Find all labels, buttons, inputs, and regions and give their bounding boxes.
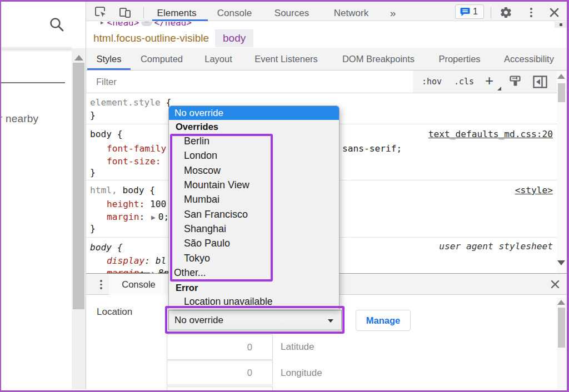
css-text-fragment: bl xyxy=(156,255,167,266)
tab-network[interactable]: Network xyxy=(328,6,374,21)
drawer-menu-icon[interactable] xyxy=(100,280,102,289)
location-dropdown-popup: No override Overrides Berlin London Mosc… xyxy=(168,105,340,309)
tab-dom-breakpoints[interactable]: DOM Breakpoints xyxy=(335,48,422,70)
expand-shorthand-icon[interactable]: ▶ xyxy=(151,214,156,220)
devtools-toolbar: Elements Console Sources Network » 1 xyxy=(86,2,567,21)
rule-body-close: } xyxy=(90,167,96,178)
more-tabs-chevron[interactable]: » xyxy=(382,6,404,21)
rule-ua-body-selector[interactable]: body { xyxy=(90,242,122,253)
page-card-shadow xyxy=(1,47,72,49)
hov-toggle[interactable]: :hov xyxy=(422,71,442,93)
dropdown-option-moscow[interactable]: Moscow xyxy=(169,163,339,178)
rule-display[interactable]: display: bl xyxy=(107,255,166,267)
style-tag-link[interactable]: <style> xyxy=(515,185,553,195)
rule-margin[interactable]: margin: ▶0; xyxy=(107,211,169,223)
settings-gear-icon[interactable] xyxy=(500,6,512,19)
rule-html-body-selector[interactable]: html, body { xyxy=(90,184,155,196)
tab-console[interactable]: Console xyxy=(213,6,256,21)
screenshot-root: r nearby Elements Console Sources Networ… xyxy=(0,0,569,392)
nearby-text: r nearby xyxy=(0,113,38,125)
styles-scrollbar-thumb[interactable] xyxy=(558,83,565,102)
css-text-fragment: element.style xyxy=(90,97,161,108)
dropdown-option-san-francisco[interactable]: San Francisco xyxy=(169,207,339,222)
tab-sources[interactable]: Sources xyxy=(270,6,313,21)
location-override-select[interactable]: No override xyxy=(168,310,342,330)
inspect-element-icon[interactable] xyxy=(94,6,107,19)
cls-toggle[interactable]: .cls xyxy=(454,71,474,93)
manage-button[interactable]: Manage xyxy=(356,310,411,331)
rule-body-font-family[interactable]: font-family xyxy=(107,143,166,154)
drawer-scrollbar-thumb[interactable] xyxy=(558,308,565,348)
active-tab-underline xyxy=(152,19,208,21)
css-text-fragment: : xyxy=(139,212,150,222)
dropdown-option-tokyo[interactable]: Tokyo xyxy=(169,251,339,265)
head-open-tag[interactable]: <head> xyxy=(107,22,139,28)
css-text-fragment: height xyxy=(107,199,139,209)
css-text-fragment: html, xyxy=(90,185,117,195)
rule-html-body-close: } xyxy=(90,223,96,234)
paint-roller-icon[interactable] xyxy=(510,75,522,89)
rule-body-selector[interactable]: body { xyxy=(90,128,122,140)
new-style-rule-button[interactable]: + xyxy=(485,72,493,89)
tab-computed[interactable]: Computed xyxy=(135,48,188,70)
search-icon[interactable] xyxy=(49,17,66,33)
rule-height[interactable]: height: 100 xyxy=(107,198,166,210)
elements-tree-clipped-row[interactable]: ▸ <head> ⋯ </head> xyxy=(86,22,567,29)
dropdown-option-mountain-view[interactable]: Mountain View xyxy=(169,178,339,192)
timezone-input-clipped[interactable] xyxy=(167,386,273,392)
longitude-input[interactable] xyxy=(167,360,273,385)
dropdown-option-berlin[interactable]: Berlin xyxy=(169,134,339,149)
collapsed-content-pill[interactable]: ⋯ xyxy=(141,22,152,26)
stylesheet-link[interactable]: text_defaults_md.css:20 xyxy=(428,129,553,139)
drawer-tab-console[interactable]: Console xyxy=(109,274,168,295)
page-scrollbar-thumb[interactable] xyxy=(73,63,84,309)
location-label: Location xyxy=(97,306,132,318)
dropdown-option-shanghai[interactable]: Shanghai xyxy=(169,222,339,236)
css-text-fragment: font-size: xyxy=(107,156,161,167)
dropdown-option-no-override[interactable]: No override xyxy=(169,106,339,120)
toolbar-separator-2 xyxy=(491,7,491,18)
toolbar-separator xyxy=(143,7,144,18)
head-close-tag[interactable]: </head> xyxy=(154,22,192,28)
close-drawer-icon[interactable] xyxy=(551,280,560,289)
console-messages-badge[interactable]: 1 xyxy=(455,4,484,19)
device-toolbar-icon[interactable] xyxy=(118,6,132,19)
tab-accessibility[interactable]: Accessibility xyxy=(499,48,559,70)
rule-body-font-family-tail: sans-serif; xyxy=(342,143,402,154)
tab-elements[interactable]: Elements xyxy=(149,6,204,21)
rule-element-style-close: } xyxy=(90,109,96,121)
styles-scrollbar-up-icon[interactable] xyxy=(557,74,565,79)
close-devtools-icon[interactable] xyxy=(550,8,559,17)
rule-body-font-size[interactable]: font-size: xyxy=(107,155,161,167)
tab-styles[interactable]: Styles xyxy=(87,48,131,70)
styles-filter-row: :hov .cls + xyxy=(86,71,567,93)
breadcrumb: html.focus-outline-visible body xyxy=(86,29,567,48)
styles-filter-input[interactable] xyxy=(87,71,413,93)
css-text-fragment: : xyxy=(139,199,150,209)
page-divider-line xyxy=(1,82,65,83)
styles-pane-tabbar: Styles Computed Layout Event Listeners D… xyxy=(86,48,567,71)
dock-sidebar-icon[interactable] xyxy=(533,76,547,88)
message-bubble-icon xyxy=(460,7,470,17)
breadcrumb-item-html[interactable]: html.focus-outline-visible xyxy=(93,29,209,48)
tab-properties[interactable]: Properties xyxy=(434,48,485,70)
select-dropdown-arrow-icon xyxy=(328,319,333,323)
styles-scrollbar-down-icon[interactable] xyxy=(557,260,565,265)
latitude-input[interactable] xyxy=(167,334,273,360)
breadcrumb-item-body[interactable]: body xyxy=(215,29,253,47)
drawer-scrollbar-up-icon[interactable] xyxy=(557,300,565,305)
expand-arrow-icon[interactable]: ▸ xyxy=(101,22,104,26)
dropdown-option-other[interactable]: Other... xyxy=(169,265,339,280)
tab-layout[interactable]: Layout xyxy=(200,48,237,70)
dropdown-option-sao-paulo[interactable]: São Paulo xyxy=(169,237,339,251)
tab-event-listeners[interactable]: Event Listeners xyxy=(251,48,322,70)
longitude-label: Longitude xyxy=(281,368,322,379)
dropdown-option-london[interactable]: London xyxy=(169,149,339,163)
page-scrollbar-up-icon[interactable] xyxy=(74,55,83,61)
kebab-menu-icon[interactable] xyxy=(530,8,532,17)
rule-element-style-selector[interactable]: element.style { xyxy=(90,97,171,108)
elements-scrollbar-clipped[interactable] xyxy=(555,22,567,28)
css-text-fragment: display xyxy=(107,255,144,266)
dropdown-option-mumbai[interactable]: Mumbai xyxy=(169,193,339,207)
dropdown-option-location-unavailable[interactable]: Location unavailable xyxy=(169,295,339,308)
